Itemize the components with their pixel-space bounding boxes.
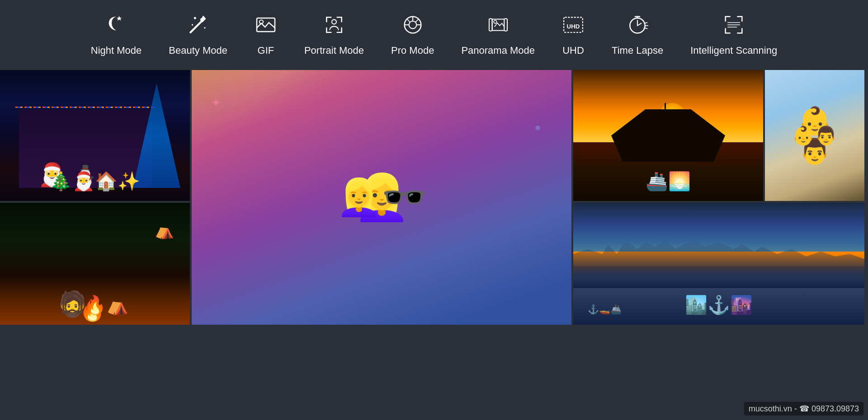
svg-point-5 [192, 24, 193, 25]
svg-point-4 [204, 27, 205, 28]
scan-icon [722, 14, 745, 39]
svg-point-11 [409, 21, 416, 29]
nav-item-uhd[interactable]: UHD UHD [562, 14, 585, 56]
portrait-icon [323, 14, 345, 39]
pro-mode-label: Pro Mode [391, 45, 434, 56]
magic-wand-icon [187, 14, 209, 39]
svg-marker-0 [117, 16, 122, 21]
svg-point-9 [332, 19, 336, 24]
svg-point-3 [194, 17, 196, 19]
image-landscape-icon [255, 14, 277, 39]
top-navigation: Night Mode Beauty Mode GIF [0, 0, 868, 65]
nav-item-beauty-mode[interactable]: Beauty Mode [169, 14, 227, 56]
photo-sunset-boat [573, 70, 763, 201]
nav-item-panorama-mode[interactable]: Panorama Mode [461, 14, 535, 56]
photo-grid: 🎅 ⛄ 👱‍♀️ ✦ ● [0, 70, 868, 325]
nav-item-portrait-mode[interactable]: Portrait Mode [304, 14, 364, 56]
night-mode-label: Night Mode [91, 45, 142, 56]
photo-fashion-girl: 👱‍♀️ ✦ ● [192, 70, 571, 325]
photo-campfire-man: 🧔 🔥 ⛺ [0, 203, 190, 325]
uhd-label: UHD [562, 45, 584, 56]
timer-icon [626, 14, 649, 39]
svg-point-6 [203, 16, 204, 17]
svg-point-17 [494, 20, 497, 23]
nav-item-intelligent-scanning[interactable]: Intelligent Scanning [690, 14, 777, 56]
portrait-mode-label: Portrait Mode [304, 45, 364, 56]
nav-item-gif[interactable]: GIF [255, 14, 277, 56]
moon-star-icon [105, 14, 127, 39]
photo-city-aerial: ⚓🚤🚢 [573, 203, 864, 325]
footer-watermark: mucsothi.vn - ☎ 09873.09873 [744, 402, 863, 415]
time-lapse-label: Time Lapse [612, 45, 663, 56]
nav-item-pro-mode[interactable]: Pro Mode [391, 14, 434, 56]
intelligent-scanning-label: Intelligent Scanning [690, 45, 777, 56]
nav-item-time-lapse[interactable]: Time Lapse [612, 14, 663, 56]
nav-item-night-mode[interactable]: Night Mode [91, 14, 142, 56]
svg-line-15 [415, 19, 419, 22]
panorama-mode-label: Panorama Mode [461, 45, 535, 56]
watermark-text: mucsothi.vn - ☎ 09873.09873 [749, 404, 859, 413]
svg-line-1 [190, 21, 202, 33]
svg-text:UHD: UHD [567, 23, 580, 30]
uhd-icon: UHD [562, 14, 585, 39]
gif-label: GIF [258, 45, 274, 56]
panorama-icon [487, 14, 509, 39]
svg-line-16 [406, 19, 410, 22]
beauty-mode-label: Beauty Mode [169, 45, 227, 56]
camera-shutter-icon [401, 14, 424, 39]
photo-child-parent: 👶 👨 [765, 70, 864, 201]
photo-christmas-house: 🎅 ⛄ [0, 70, 190, 201]
